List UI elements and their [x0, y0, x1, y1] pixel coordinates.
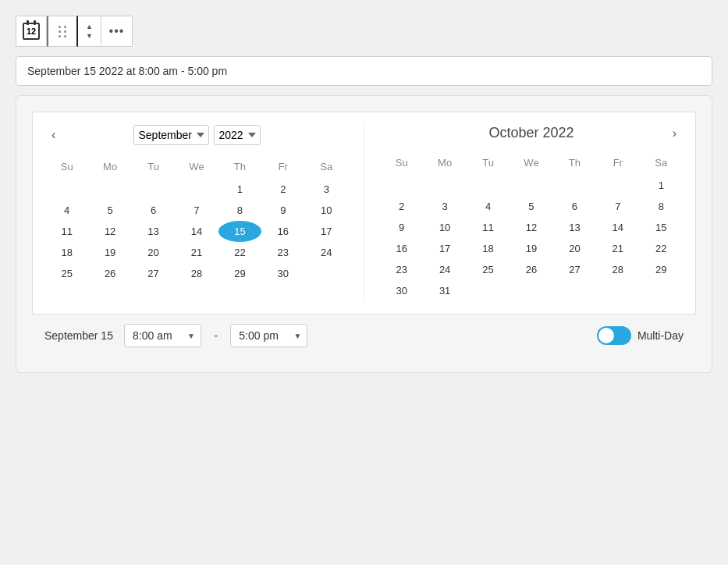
calendar-day[interactable]: 16	[380, 238, 423, 259]
calendar-day[interactable]: 6	[132, 200, 175, 221]
calendar-day[interactable]: 20	[132, 242, 175, 263]
end-time-select[interactable]: 12:00 am1:00 am2:00 am3:00 am4:00 am5:00…	[230, 324, 307, 347]
right-calendar-panel: October 2022 › SuMoTuWeThFrSa 1234567891…	[364, 125, 683, 301]
date-range-input[interactable]	[16, 56, 712, 86]
calendar-day[interactable]: 18	[467, 238, 510, 259]
calendar-day[interactable]: 2	[380, 196, 423, 217]
calendar-day[interactable]: 19	[510, 238, 552, 259]
calendar-day[interactable]: 19	[88, 242, 131, 263]
end-time-wrapper: 12:00 am1:00 am2:00 am3:00 am4:00 am5:00…	[230, 324, 307, 347]
calendar-day[interactable]: 3	[305, 179, 348, 200]
calendar-day[interactable]: 14	[175, 221, 218, 242]
calendar-day[interactable]: 11	[45, 221, 88, 242]
multiday-toggle[interactable]	[597, 326, 631, 345]
calendar-day[interactable]: 12	[510, 217, 552, 238]
calendar-day	[132, 179, 175, 200]
left-calendar-header: ‹ September October November December 20…	[45, 125, 348, 145]
spin-button[interactable]: ▲ ▼	[78, 16, 101, 47]
calendar-day[interactable]: 3	[423, 196, 466, 217]
calendar-day[interactable]: 15	[640, 217, 683, 238]
calendar-day[interactable]: 31	[423, 280, 466, 301]
spin-down-icon: ▼	[86, 32, 93, 40]
calendar-day[interactable]: 17	[423, 238, 466, 259]
calendar-day[interactable]: 30	[380, 280, 423, 301]
calendar-icon-button[interactable]: 12	[16, 16, 47, 47]
calendar-day[interactable]: 28	[175, 263, 218, 284]
calendar-day[interactable]: 13	[132, 221, 175, 242]
right-calendar-header: October 2022 ›	[380, 125, 683, 141]
calendar-day[interactable]: 10	[305, 200, 348, 221]
calendar-day[interactable]: 4	[467, 196, 510, 217]
drag-handle-button[interactable]	[47, 16, 78, 47]
calendar-day[interactable]: 5	[88, 200, 131, 221]
calendar-day[interactable]: 24	[423, 259, 466, 280]
more-options-button[interactable]: •••	[101, 16, 133, 47]
calendar-day	[305, 263, 348, 284]
prev-month-button[interactable]: ‹	[45, 125, 62, 145]
calendar-day[interactable]: 29	[218, 263, 261, 284]
calendar-day[interactable]: 12	[88, 221, 131, 242]
calendar-day	[553, 280, 596, 301]
calendar-day[interactable]: 22	[218, 242, 261, 263]
calendar-day[interactable]: 9	[261, 200, 304, 221]
calendar-day[interactable]: 1	[640, 175, 683, 196]
calendar-day[interactable]: 7	[175, 200, 218, 221]
calendar-day[interactable]: 8	[640, 196, 683, 217]
calendar-day[interactable]: 21	[175, 242, 218, 263]
calendar-day[interactable]: 23	[380, 259, 423, 280]
calendar-day[interactable]: 5	[510, 196, 552, 217]
month-select[interactable]: September October November December	[133, 125, 209, 145]
calendar-day[interactable]: 24	[305, 242, 348, 263]
calendar-day	[45, 179, 88, 200]
calendar-day[interactable]: 9	[380, 217, 423, 238]
toolbar: 12 ▲ ▼ •••	[16, 16, 712, 47]
calendar-day[interactable]: 16	[261, 221, 304, 242]
calendar-day[interactable]: 15	[218, 221, 261, 242]
calendar-day[interactable]: 17	[305, 221, 348, 242]
calendar-day[interactable]: 26	[510, 259, 552, 280]
next-month-button[interactable]: ›	[666, 123, 683, 144]
calendar-day[interactable]: 2	[261, 179, 304, 200]
calendar-day	[380, 175, 423, 196]
calendar-day-number: 12	[27, 27, 36, 36]
calendar-container: ‹ September October November December 20…	[16, 95, 712, 373]
calendar-day	[553, 175, 596, 196]
calendar-day[interactable]: 21	[596, 238, 639, 259]
calendar-day	[510, 175, 552, 196]
calendar-day[interactable]: 25	[467, 259, 510, 280]
calendar-day[interactable]: 29	[640, 259, 683, 280]
calendar-day[interactable]: 6	[553, 196, 596, 217]
calendar-day[interactable]: 27	[132, 263, 175, 284]
calendar-day[interactable]: 30	[261, 263, 304, 284]
calendar-day[interactable]: 8	[218, 200, 261, 221]
ellipsis-icon: •••	[109, 24, 125, 38]
calendar-day[interactable]: 7	[596, 196, 639, 217]
footer-date-label: September 15	[44, 329, 115, 342]
calendar-day[interactable]: 11	[467, 217, 510, 238]
year-select[interactable]: 2020 2021 2022 2023	[214, 125, 261, 145]
calendar-day[interactable]: 10	[423, 217, 466, 238]
calendar-day	[423, 175, 466, 196]
calendar-day	[510, 280, 552, 301]
start-time-select[interactable]: 12:00 am1:00 am2:00 am3:00 am4:00 am5:00…	[124, 324, 201, 347]
calendar-day	[596, 280, 639, 301]
calendar-day[interactable]: 1	[218, 179, 261, 200]
calendar-day	[175, 179, 218, 200]
calendar-day	[467, 175, 510, 196]
calendar-day[interactable]: 20	[553, 238, 596, 259]
calendar-day[interactable]: 22	[640, 238, 683, 259]
calendar-day[interactable]: 23	[261, 242, 304, 263]
drag-dots-icon	[59, 26, 67, 37]
right-calendar-grid: SuMoTuWeThFrSa 1234567891011121314151617…	[380, 154, 683, 301]
calendar-day[interactable]: 25	[45, 263, 88, 284]
calendar-day[interactable]: 13	[553, 217, 596, 238]
calendar-day[interactable]: 18	[45, 242, 88, 263]
calendar-day[interactable]: 26	[88, 263, 131, 284]
right-calendar-title: October 2022	[488, 125, 574, 141]
calendar-day[interactable]: 14	[596, 217, 639, 238]
calendar-day	[596, 175, 639, 196]
calendar-day[interactable]: 4	[45, 200, 88, 221]
footer-bar: September 15 12:00 am1:00 am2:00 am3:00 …	[32, 314, 696, 357]
calendar-day[interactable]: 28	[596, 259, 639, 280]
calendar-day[interactable]: 27	[553, 259, 596, 280]
